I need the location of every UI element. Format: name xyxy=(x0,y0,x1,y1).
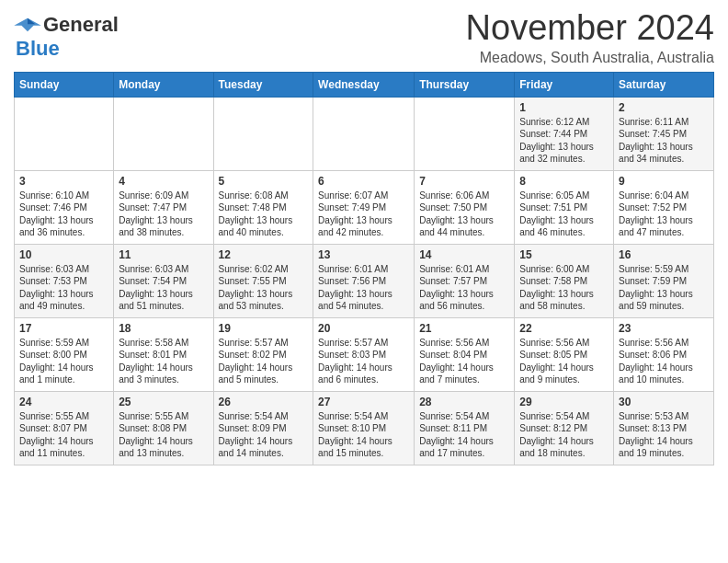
day-number: 22 xyxy=(519,322,609,335)
calendar-cell: 8Sunrise: 6:05 AMSunset: 7:51 PMDaylight… xyxy=(515,170,614,244)
day-number: 2 xyxy=(619,101,709,114)
logo-general: General xyxy=(43,13,119,37)
day-info: Sunrise: 6:07 AMSunset: 7:49 PMDaylight:… xyxy=(318,190,409,239)
col-tuesday: Tuesday xyxy=(213,72,313,97)
col-wednesday: Wednesday xyxy=(313,72,415,97)
day-info: Sunrise: 5:56 AMSunset: 8:06 PMDaylight:… xyxy=(619,337,709,386)
calendar-cell: 25Sunrise: 5:55 AMSunset: 8:08 PMDayligh… xyxy=(114,391,213,465)
calendar-week-1: 1Sunrise: 6:12 AMSunset: 7:44 PMDaylight… xyxy=(15,97,714,170)
calendar-cell: 2Sunrise: 6:11 AMSunset: 7:45 PMDaylight… xyxy=(614,97,714,170)
calendar-cell xyxy=(313,97,415,170)
col-friday: Friday xyxy=(515,72,614,97)
calendar-cell: 17Sunrise: 5:59 AMSunset: 8:00 PMDayligh… xyxy=(15,317,114,391)
calendar-cell: 13Sunrise: 6:01 AMSunset: 7:56 PMDayligh… xyxy=(313,244,415,317)
day-number: 20 xyxy=(318,322,409,335)
calendar-cell xyxy=(213,97,313,170)
location-title: Meadows, South Australia, Australia xyxy=(466,50,714,66)
day-info: Sunrise: 6:11 AMSunset: 7:45 PMDaylight:… xyxy=(619,116,709,166)
day-info: Sunrise: 5:57 AMSunset: 8:02 PMDaylight:… xyxy=(219,337,309,386)
calendar-week-4: 17Sunrise: 5:59 AMSunset: 8:00 PMDayligh… xyxy=(15,317,714,391)
day-info: Sunrise: 5:56 AMSunset: 8:05 PMDaylight:… xyxy=(519,337,609,386)
calendar-cell: 30Sunrise: 5:53 AMSunset: 8:13 PMDayligh… xyxy=(614,391,714,465)
day-number: 30 xyxy=(619,396,709,408)
calendar-week-2: 3Sunrise: 6:10 AMSunset: 7:46 PMDaylight… xyxy=(15,170,714,244)
calendar-cell: 29Sunrise: 5:54 AMSunset: 8:12 PMDayligh… xyxy=(515,391,614,465)
day-number: 19 xyxy=(219,322,309,335)
calendar-cell: 16Sunrise: 5:59 AMSunset: 7:59 PMDayligh… xyxy=(614,244,714,317)
calendar-cell: 23Sunrise: 5:56 AMSunset: 8:06 PMDayligh… xyxy=(614,317,714,391)
calendar-cell: 28Sunrise: 5:54 AMSunset: 8:11 PMDayligh… xyxy=(415,391,515,465)
day-info: Sunrise: 6:09 AMSunset: 7:47 PMDaylight:… xyxy=(119,190,208,239)
month-title: November 2024 xyxy=(466,9,714,48)
day-number: 6 xyxy=(318,175,409,188)
page: General Blue November 2024 Meadows, Sout… xyxy=(0,0,728,479)
day-info: Sunrise: 5:55 AMSunset: 8:07 PMDaylight:… xyxy=(19,410,108,460)
day-info: Sunrise: 6:12 AMSunset: 7:44 PMDaylight:… xyxy=(519,116,609,166)
day-info: Sunrise: 6:01 AMSunset: 7:57 PMDaylight:… xyxy=(419,263,509,313)
day-info: Sunrise: 5:53 AMSunset: 8:13 PMDaylight:… xyxy=(619,410,709,460)
col-sunday: Sunday xyxy=(15,72,114,97)
day-info: Sunrise: 5:54 AMSunset: 8:09 PMDaylight:… xyxy=(219,410,309,460)
day-number: 1 xyxy=(519,101,609,114)
day-info: Sunrise: 5:57 AMSunset: 8:03 PMDaylight:… xyxy=(318,337,409,386)
day-number: 5 xyxy=(219,175,309,188)
col-thursday: Thursday xyxy=(415,72,515,97)
calendar-cell: 12Sunrise: 6:02 AMSunset: 7:55 PMDayligh… xyxy=(213,244,313,317)
day-number: 16 xyxy=(619,248,709,261)
day-info: Sunrise: 6:10 AMSunset: 7:46 PMDaylight:… xyxy=(19,190,108,239)
day-info: Sunrise: 6:01 AMSunset: 7:56 PMDaylight:… xyxy=(318,263,409,313)
day-number: 18 xyxy=(119,322,208,335)
logo-blue: Blue xyxy=(16,37,60,61)
calendar-week-3: 10Sunrise: 6:03 AMSunset: 7:53 PMDayligh… xyxy=(15,244,714,317)
calendar-cell xyxy=(415,97,515,170)
calendar-cell xyxy=(15,97,114,170)
col-saturday: Saturday xyxy=(614,72,714,97)
day-info: Sunrise: 5:54 AMSunset: 8:10 PMDaylight:… xyxy=(318,410,409,460)
day-info: Sunrise: 6:02 AMSunset: 7:55 PMDaylight:… xyxy=(219,263,309,313)
logo-bird-icon xyxy=(14,17,41,33)
day-number: 9 xyxy=(619,175,709,188)
day-info: Sunrise: 6:00 AMSunset: 7:58 PMDaylight:… xyxy=(519,263,609,313)
logo-row: General xyxy=(14,13,119,37)
day-info: Sunrise: 6:03 AMSunset: 7:53 PMDaylight:… xyxy=(19,263,108,313)
calendar-cell: 7Sunrise: 6:06 AMSunset: 7:50 PMDaylight… xyxy=(415,170,515,244)
day-info: Sunrise: 5:59 AMSunset: 7:59 PMDaylight:… xyxy=(619,263,709,313)
calendar-cell: 9Sunrise: 6:04 AMSunset: 7:52 PMDaylight… xyxy=(614,170,714,244)
day-number: 8 xyxy=(519,175,609,188)
calendar-cell: 27Sunrise: 5:54 AMSunset: 8:10 PMDayligh… xyxy=(313,391,415,465)
day-number: 24 xyxy=(19,396,108,408)
calendar-cell: 15Sunrise: 6:00 AMSunset: 7:58 PMDayligh… xyxy=(515,244,614,317)
calendar-week-5: 24Sunrise: 5:55 AMSunset: 8:07 PMDayligh… xyxy=(15,391,714,465)
day-info: Sunrise: 5:54 AMSunset: 8:11 PMDaylight:… xyxy=(419,410,509,460)
calendar-cell: 6Sunrise: 6:07 AMSunset: 7:49 PMDaylight… xyxy=(313,170,415,244)
calendar-cell: 18Sunrise: 5:58 AMSunset: 8:01 PMDayligh… xyxy=(114,317,213,391)
day-number: 3 xyxy=(19,175,108,188)
day-number: 14 xyxy=(419,248,509,261)
day-info: Sunrise: 5:58 AMSunset: 8:01 PMDaylight:… xyxy=(119,337,208,386)
calendar-cell: 14Sunrise: 6:01 AMSunset: 7:57 PMDayligh… xyxy=(415,244,515,317)
logo-area: General Blue xyxy=(14,9,119,61)
calendar-cell: 3Sunrise: 6:10 AMSunset: 7:46 PMDaylight… xyxy=(15,170,114,244)
day-info: Sunrise: 6:05 AMSunset: 7:51 PMDaylight:… xyxy=(519,190,609,239)
title-area: November 2024 Meadows, South Australia, … xyxy=(466,9,714,66)
calendar-cell: 21Sunrise: 5:56 AMSunset: 8:04 PMDayligh… xyxy=(415,317,515,391)
day-info: Sunrise: 5:54 AMSunset: 8:12 PMDaylight:… xyxy=(519,410,609,460)
calendar-cell xyxy=(114,97,213,170)
day-number: 25 xyxy=(119,396,208,408)
calendar-header-row: Sunday Monday Tuesday Wednesday Thursday… xyxy=(15,72,714,97)
day-info: Sunrise: 5:59 AMSunset: 8:00 PMDaylight:… xyxy=(19,337,108,386)
day-info: Sunrise: 5:55 AMSunset: 8:08 PMDaylight:… xyxy=(119,410,208,460)
calendar-cell: 19Sunrise: 5:57 AMSunset: 8:02 PMDayligh… xyxy=(213,317,313,391)
day-number: 21 xyxy=(419,322,509,335)
day-info: Sunrise: 6:08 AMSunset: 7:48 PMDaylight:… xyxy=(219,190,309,239)
calendar-cell: 1Sunrise: 6:12 AMSunset: 7:44 PMDaylight… xyxy=(515,97,614,170)
calendar-cell: 5Sunrise: 6:08 AMSunset: 7:48 PMDaylight… xyxy=(213,170,313,244)
day-info: Sunrise: 6:04 AMSunset: 7:52 PMDaylight:… xyxy=(619,190,709,239)
calendar-cell: 24Sunrise: 5:55 AMSunset: 8:07 PMDayligh… xyxy=(15,391,114,465)
header: General Blue November 2024 Meadows, Sout… xyxy=(14,9,714,66)
day-info: Sunrise: 6:06 AMSunset: 7:50 PMDaylight:… xyxy=(419,190,509,239)
calendar-cell: 20Sunrise: 5:57 AMSunset: 8:03 PMDayligh… xyxy=(313,317,415,391)
calendar-table: Sunday Monday Tuesday Wednesday Thursday… xyxy=(14,72,714,465)
day-info: Sunrise: 6:03 AMSunset: 7:54 PMDaylight:… xyxy=(119,263,208,313)
day-number: 27 xyxy=(318,396,409,408)
